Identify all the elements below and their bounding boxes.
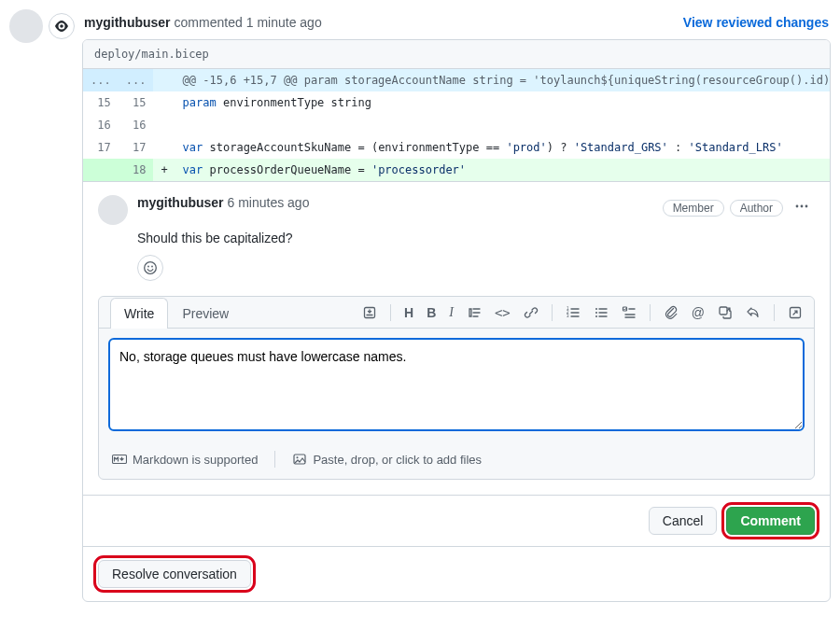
link-tool[interactable] bbox=[524, 305, 539, 320]
heading-tool[interactable]: H bbox=[404, 305, 413, 320]
svg-point-13 bbox=[595, 315, 597, 317]
svg-point-6 bbox=[151, 266, 153, 268]
comment-textarea[interactable]: No, storage queues must have lowercase n… bbox=[108, 338, 805, 431]
attach-icon[interactable] bbox=[664, 305, 679, 320]
bold-icon[interactable]: B bbox=[427, 305, 436, 320]
header-action: commented bbox=[175, 15, 243, 30]
file-path[interactable]: deploy/main.bicep bbox=[83, 40, 830, 69]
diff-line: 16 16 bbox=[83, 114, 830, 136]
reply-icon[interactable] bbox=[746, 305, 761, 320]
svg-point-12 bbox=[595, 312, 597, 314]
svg-point-11 bbox=[595, 308, 597, 310]
add-reaction-button[interactable] bbox=[137, 255, 163, 281]
italic-icon[interactable]: I bbox=[449, 305, 454, 320]
unordered-list-icon[interactable] bbox=[594, 305, 609, 320]
review-thread: mygithubuser 6 minutes ago Member Author… bbox=[83, 181, 830, 495]
svg-point-2 bbox=[801, 205, 804, 208]
diff-line: 15 15 param environmentType string bbox=[83, 91, 830, 114]
suggestion-icon[interactable] bbox=[362, 305, 377, 320]
task-list-icon[interactable] bbox=[622, 305, 637, 320]
mention-icon[interactable]: @ bbox=[692, 305, 705, 320]
hunk-header: ... ... @@ -15,6 +15,7 @@ param storageA… bbox=[83, 69, 830, 91]
cancel-button[interactable]: Cancel bbox=[649, 507, 718, 535]
expand-icon[interactable] bbox=[788, 305, 803, 320]
diff-line-added: 18 + var processOrderQueueName = 'proces… bbox=[83, 159, 830, 181]
header-time[interactable]: 1 minute ago bbox=[246, 15, 322, 30]
svg-point-1 bbox=[796, 205, 799, 208]
resolve-conversation-button[interactable]: Resolve conversation bbox=[98, 560, 251, 588]
comment-author[interactable]: mygithubuser bbox=[137, 195, 224, 210]
quote-icon[interactable] bbox=[467, 305, 482, 320]
diff-line: 17 17 var storageAccountSkuName = (envir… bbox=[83, 136, 830, 159]
kebab-icon[interactable] bbox=[789, 195, 815, 220]
svg-point-4 bbox=[145, 262, 157, 274]
comment-body: Should this be capitalized? bbox=[137, 231, 815, 245]
comment-time[interactable]: 6 minutes ago bbox=[227, 195, 309, 210]
diff-table: ... ... @@ -15,6 +15,7 @@ param storageA… bbox=[83, 69, 830, 181]
comment-actions: Cancel Comment bbox=[83, 495, 830, 546]
svg-point-0 bbox=[60, 24, 63, 28]
avatar[interactable] bbox=[98, 195, 128, 225]
code-tool[interactable]: <> bbox=[495, 305, 511, 320]
author-badge: Author bbox=[730, 200, 783, 217]
comment-button[interactable]: Comment bbox=[726, 507, 815, 535]
diff-container: deploy/main.bicep ... ... @@ -15,6 +15,7… bbox=[82, 39, 831, 602]
comment-editor: Write Preview H B I <> bbox=[98, 296, 815, 480]
svg-point-19 bbox=[297, 456, 299, 458]
eye-icon bbox=[49, 13, 75, 39]
svg-point-5 bbox=[147, 266, 149, 268]
ordered-list-icon[interactable]: 123 bbox=[566, 305, 581, 320]
svg-point-3 bbox=[805, 205, 808, 208]
header-username[interactable]: mygithubuser bbox=[84, 15, 171, 30]
svg-text:3: 3 bbox=[567, 314, 569, 318]
svg-rect-15 bbox=[720, 307, 727, 315]
markdown-hint[interactable]: Markdown is supported bbox=[112, 452, 258, 467]
member-badge: Member bbox=[663, 200, 724, 217]
view-reviewed-changes-link[interactable]: View reviewed changes bbox=[683, 15, 829, 30]
attach-hint[interactable]: Paste, drop, or click to add files bbox=[292, 452, 482, 467]
formatting-toolbar: H B I <> 123 @ bbox=[362, 304, 803, 321]
cross-reference-icon[interactable] bbox=[718, 305, 733, 320]
avatar[interactable] bbox=[9, 9, 43, 43]
tab-preview[interactable]: Preview bbox=[168, 298, 243, 329]
tab-write[interactable]: Write bbox=[110, 298, 168, 329]
